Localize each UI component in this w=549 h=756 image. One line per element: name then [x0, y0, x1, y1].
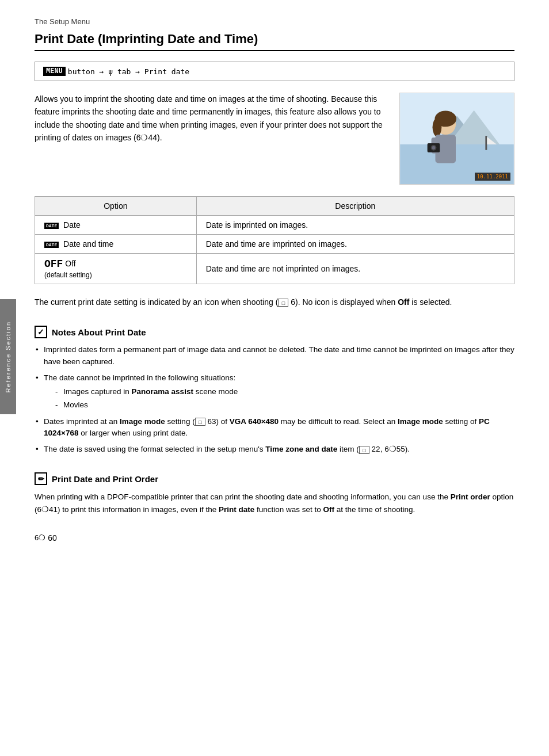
print-order-text: When printing with a DPOF-compatible pri…: [35, 491, 514, 516]
list-item: Images captured in Panorama assist scene…: [55, 386, 514, 398]
menu-path-text: button → ψ tab → Print date: [68, 67, 189, 76]
page-title: Print Date (Imprinting Date and Time): [35, 32, 514, 51]
option-date: DATE Date: [35, 216, 197, 235]
table-row: DATE Date Date is imprinted on images.: [35, 216, 514, 235]
notes-list: Imprinted dates form a permanent part of…: [35, 344, 514, 455]
pencil-icon: ✏: [35, 472, 47, 485]
print-date-print-order: ✏ Print Date and Print Order When printi…: [35, 472, 514, 516]
footnote-icon: 6❍: [35, 533, 45, 542]
menu-keyword: MENU: [43, 67, 66, 76]
table-row: OFF Off(default setting) Date and time a…: [35, 254, 514, 284]
svg-point-8: [433, 118, 442, 136]
book-icon-2: □: [195, 418, 205, 426]
check-icon: ✓: [35, 326, 47, 338]
description-date: Date is imprinted on images.: [196, 216, 514, 235]
setup-menu-label: The Setup Menu: [35, 17, 514, 26]
sidebar-tab: Reference Section: [0, 299, 16, 414]
description-off: Date and time are not imprinted on image…: [196, 254, 514, 284]
intro-image: 10.11.2011: [399, 93, 514, 185]
list-item: The date cannot be imprinted in the foll…: [35, 372, 514, 411]
current-setting-note: The current print date setting is indica…: [35, 296, 514, 308]
date-stamp: 10.11.2011: [475, 173, 510, 181]
sub-list: Images captured in Panorama assist scene…: [44, 386, 514, 411]
menu-path-box: MENU button → ψ tab → Print date: [35, 62, 514, 81]
option-date-time: DATE Date and time: [35, 235, 197, 254]
list-item: Movies: [55, 399, 514, 411]
option-date-time-label: Date and time: [63, 239, 113, 249]
description-date-time: Date and time are imprinted on images.: [196, 235, 514, 254]
off-icon: OFF: [44, 258, 63, 270]
notes-about-print-date: ✓ Notes About Print Date Imprinted dates…: [35, 326, 514, 455]
date-time-icon-badge: DATE: [44, 242, 59, 248]
print-order-heading: ✏ Print Date and Print Order: [35, 472, 514, 485]
notes-heading: ✓ Notes About Print Date: [35, 326, 514, 338]
options-table: Option Description DATE Date Date is imp…: [35, 196, 514, 284]
illustration-svg: [400, 93, 514, 184]
option-off: OFF Off(default setting): [35, 254, 197, 284]
intro-text: Allows you to imprint the shooting date …: [35, 93, 388, 185]
page-footer: 6❍ 60: [35, 533, 514, 543]
list-item: Imprinted dates form a permanent part of…: [35, 344, 514, 368]
list-item: Dates imprinted at an Image mode setting…: [35, 416, 514, 440]
sidebar-label: Reference Section: [5, 321, 12, 393]
book-icon: □: [278, 299, 288, 307]
table-header-description: Description: [196, 197, 514, 216]
svg-point-13: [432, 146, 436, 150]
date-icon-badge: DATE: [44, 223, 59, 229]
table-header-option: Option: [35, 197, 197, 216]
svg-rect-4: [485, 136, 487, 150]
list-item: The date is saved using the format selec…: [35, 444, 514, 455]
book-icon-3: □: [359, 446, 369, 454]
table-row: DATE Date and time Date and time are imp…: [35, 235, 514, 254]
page-number: 60: [48, 533, 57, 543]
intro-section: Allows you to imprint the shooting date …: [35, 93, 514, 185]
option-date-label: Date: [63, 220, 81, 230]
